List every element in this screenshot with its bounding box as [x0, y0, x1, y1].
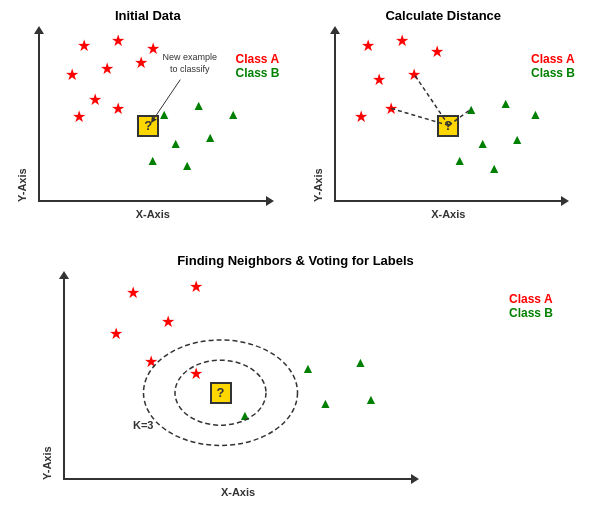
- tri-n1: ▲: [301, 361, 315, 375]
- top-row: Initial Data X-Axis Y-Axis ★ ★ ★ ★ ★ ★ ★…: [0, 0, 591, 245]
- y-label-neighbors: Y-Axis: [41, 277, 53, 480]
- chart-initial: X-Axis Y-Axis ★ ★ ★ ★ ★ ★ ★ ★ ★ ▲ ▲ ▲: [8, 27, 288, 222]
- tri-7: ▲: [180, 158, 194, 172]
- legend-class-b-distance: Class B: [531, 66, 575, 80]
- star-1: ★: [77, 38, 91, 54]
- y-axis-initial: [38, 32, 40, 202]
- panel-initial-data: Initial Data X-Axis Y-Axis ★ ★ ★ ★ ★ ★ ★…: [0, 0, 296, 245]
- tri-d1: ▲: [464, 102, 478, 116]
- tri-n5: ▲: [238, 408, 252, 422]
- panel-title-initial: Initial Data: [8, 8, 288, 23]
- bottom-chart-wrapper: X-Axis Y-Axis ★ ★ ★ ★ ★ ★ ▲ ▲ ▲ ▲ ▲ ?: [8, 272, 583, 502]
- tri-d5: ▲: [510, 132, 524, 146]
- tri-d3: ▲: [529, 107, 543, 121]
- x-label-initial: X-Axis: [38, 208, 268, 220]
- x-axis-neighbors: [63, 478, 413, 480]
- tri-d2: ▲: [499, 96, 513, 110]
- star-8: ★: [72, 109, 86, 125]
- star-4: ★: [65, 67, 79, 83]
- star-n3: ★: [109, 326, 123, 342]
- question-box-2: ?: [437, 115, 459, 137]
- tri-4: ▲: [169, 136, 183, 150]
- tri-3: ▲: [226, 107, 240, 121]
- star-2: ★: [111, 33, 125, 49]
- legend-class-b-neighbors: Class B: [509, 306, 553, 320]
- star-n4: ★: [161, 314, 175, 330]
- main-container: Initial Data X-Axis Y-Axis ★ ★ ★ ★ ★ ★ ★…: [0, 0, 591, 515]
- star-d7: ★: [354, 109, 368, 125]
- star-d5: ★: [407, 67, 421, 83]
- annotation-new-example: New exampleto classify: [157, 52, 222, 75]
- chart-distance: X-Axis Y-Axis ★ ★ ★ ★ ★ ★ ★ ▲ ▲ ▲ ▲ ▲: [304, 27, 584, 222]
- question-box-3: ?: [210, 382, 232, 404]
- legend-class-a-neighbors: Class A: [509, 292, 553, 306]
- tri-1: ▲: [157, 107, 171, 121]
- star-d1: ★: [361, 38, 375, 54]
- star-d2: ★: [395, 33, 409, 49]
- x-axis-distance: [334, 200, 564, 202]
- legend-class-a-initial: Class A: [235, 52, 279, 66]
- k-label: K=3: [133, 419, 154, 431]
- tri-n3: ▲: [319, 396, 333, 410]
- y-axis-distance: [334, 32, 336, 202]
- panel-neighbors: Finding Neighbors & Voting for Labels X-…: [0, 245, 591, 515]
- panel-calculate-distance: Calculate Distance X-Axis Y-Axis ★ ★ ★ ★…: [296, 0, 592, 245]
- tri-d4: ▲: [476, 136, 490, 150]
- axis-distance: X-Axis Y-Axis ★ ★ ★ ★ ★ ★ ★ ▲ ▲ ▲ ▲ ▲: [334, 32, 564, 202]
- x-label-distance: X-Axis: [334, 208, 564, 220]
- y-label-distance: Y-Axis: [312, 32, 324, 202]
- y-axis-neighbors: [63, 277, 65, 480]
- knn-circles: [63, 277, 413, 480]
- star-n1: ★: [126, 285, 140, 301]
- star-n2: ★: [189, 279, 203, 295]
- legend-neighbors: Class A Class B: [509, 292, 553, 320]
- tri-d6: ▲: [453, 153, 467, 167]
- star-9: ★: [111, 101, 125, 117]
- tri-6: ▲: [146, 153, 160, 167]
- panel-title-distance: Calculate Distance: [304, 8, 584, 23]
- legend-initial: Class A Class B: [235, 52, 279, 80]
- tri-2: ▲: [192, 98, 206, 112]
- star-d4: ★: [372, 72, 386, 88]
- star-d6: ★: [384, 101, 398, 117]
- star-7: ★: [88, 92, 102, 108]
- star-n5: ★: [144, 354, 158, 370]
- x-label-neighbors: X-Axis: [63, 486, 413, 498]
- star-d3: ★: [430, 44, 444, 60]
- panel-title-neighbors: Finding Neighbors & Voting for Labels: [8, 253, 583, 268]
- tri-n2: ▲: [354, 355, 368, 369]
- legend-class-b-initial: Class B: [235, 66, 279, 80]
- tri-d7: ▲: [487, 161, 501, 175]
- star-n6: ★: [189, 366, 203, 382]
- tri-n4: ▲: [364, 392, 378, 406]
- legend-distance: Class A Class B: [531, 52, 575, 80]
- y-label-initial: Y-Axis: [16, 32, 28, 202]
- legend-class-a-distance: Class A: [531, 52, 575, 66]
- x-axis-initial: [38, 200, 268, 202]
- star-6: ★: [134, 55, 148, 71]
- tri-5: ▲: [203, 130, 217, 144]
- axis-initial: X-Axis Y-Axis ★ ★ ★ ★ ★ ★ ★ ★ ★ ▲ ▲ ▲: [38, 32, 268, 202]
- question-box-1: ?: [137, 115, 159, 137]
- axis-neighbors: X-Axis Y-Axis ★ ★ ★ ★ ★ ★ ▲ ▲ ▲ ▲ ▲ ?: [63, 277, 413, 480]
- star-5: ★: [100, 61, 114, 77]
